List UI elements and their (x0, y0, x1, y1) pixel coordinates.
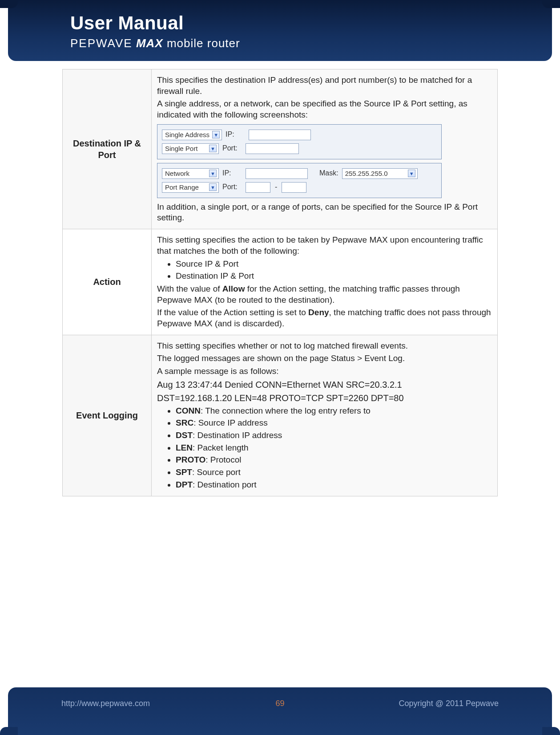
log-field-item: PROTO: Protocol (176, 455, 492, 466)
page-number: 69 (275, 699, 284, 708)
log-p1: This setting specifies whether or not to… (157, 341, 492, 352)
log-field-desc: : Destination IP address (193, 430, 282, 440)
log-sample-1: Aug 13 23:47:44 Denied CONN=Ethernet WAN… (157, 379, 492, 390)
port-label: Port: (222, 183, 242, 192)
port-input[interactable] (246, 143, 299, 154)
log-p3: A sample message is as follows: (157, 366, 492, 377)
text: If the value of the Action setting is se… (157, 308, 308, 317)
row-desc-destination: This specifies the destination IP addres… (152, 69, 498, 229)
log-field-desc: : Source port (192, 467, 241, 477)
row-desc-action: This setting specifies the action to be … (152, 229, 498, 335)
ip-input[interactable] (246, 168, 308, 179)
ip-label: IP: (226, 130, 245, 139)
port-from-input[interactable] (246, 182, 270, 193)
log-field-item: DST: Destination IP address (176, 430, 492, 441)
log-field-desc: : Packet length (193, 443, 249, 452)
chevron-down-icon: ▼ (212, 131, 220, 138)
log-field-key: SPT (176, 467, 192, 477)
dest-p3: In addition, a single port, or a range o… (157, 202, 492, 223)
action-p3: If the value of the Action setting is se… (157, 307, 492, 329)
document-footer: http://www.pepwave.com 69 Copyright @ 20… (8, 687, 552, 735)
log-field-key: LEN (176, 443, 193, 452)
log-field-list: CONN: The connection where the log entry… (176, 406, 492, 491)
action-bullet-dest: Destination IP & Port (176, 271, 492, 282)
brand-name: PEPWAVE (70, 37, 133, 50)
footer-copyright: Copyright @ 2011 Pepwave (399, 699, 499, 708)
mask-value: 255.255.255.0 (345, 169, 388, 178)
dest-p2: A single address, or a network, can be s… (157, 98, 492, 120)
row-label-action: Action (63, 229, 152, 335)
log-p2: The logged messages are shown on the pag… (157, 353, 492, 364)
select-port-range[interactable]: Port Range ▼ (162, 182, 219, 193)
row-label-logging: Event Logging (63, 335, 152, 496)
dest-p1: This specifies the destination IP addres… (157, 75, 492, 97)
text: With the value of (157, 284, 222, 293)
select-single-port[interactable]: Single Port ▼ (162, 143, 219, 154)
chevron-down-icon: ▼ (408, 170, 415, 177)
row-label-destination: Destination IP & Port (63, 69, 152, 229)
port-label: Port: (222, 144, 242, 153)
doc-subtitle: PEPWAVE MAX mobile router (70, 37, 552, 50)
log-sample-2: DST=192.168.1.20 LEN=48 PROTO=TCP SPT=22… (157, 392, 492, 404)
chevron-down-icon: ▼ (209, 183, 217, 191)
footer-url: http://www.pepwave.com (61, 699, 150, 708)
log-field-item: CONN: The connection where the log entry… (176, 406, 492, 417)
deny-keyword: Deny (308, 308, 329, 317)
log-field-key: PROTO (176, 455, 205, 464)
product-tag: mobile router (167, 37, 240, 50)
screenshot-network: Network ▼ IP: Mask: 255.255.255.0 ▼ (157, 163, 442, 198)
log-field-item: DPT: Destination port (176, 479, 492, 491)
port-to-input[interactable] (282, 182, 306, 193)
log-field-item: SRC: Source IP address (176, 418, 492, 429)
action-bullet-source: Source IP & Port (176, 259, 492, 270)
log-field-key: SRC (176, 418, 193, 427)
mask-label: Mask: (319, 169, 338, 178)
allow-keyword: Allow (222, 284, 245, 293)
select-label: Network (165, 169, 189, 178)
log-field-desc: : Protocol (205, 455, 241, 464)
content-area: Destination IP & Port This specifies the… (0, 61, 560, 687)
select-label: Single Address (165, 130, 209, 139)
log-field-desc: : Destination port (193, 480, 257, 489)
log-field-key: CONN (176, 406, 201, 415)
log-field-key: DST (176, 430, 193, 440)
doc-title: User Manual (70, 12, 552, 34)
select-network[interactable]: Network ▼ (162, 168, 219, 179)
row-desc-logging: This setting specifies whether or not to… (152, 335, 498, 496)
chevron-down-icon: ▼ (209, 170, 217, 177)
log-field-item: LEN: Packet length (176, 443, 492, 454)
screenshot-single: Single Address ▼ IP: Single Port ▼ Por (157, 124, 442, 159)
document-header: User Manual PEPWAVE MAX mobile router (8, 0, 552, 61)
log-field-item: SPT: Source port (176, 467, 492, 478)
select-mask[interactable]: 255.255.255.0 ▼ (342, 168, 418, 179)
product-name: MAX (136, 37, 163, 50)
log-field-desc: : Source IP address (193, 418, 268, 427)
chevron-down-icon: ▼ (209, 145, 217, 152)
select-label: Port Range (165, 183, 199, 192)
ip-label: IP: (222, 169, 242, 178)
log-field-desc: : The connection where the log entry ref… (201, 406, 371, 415)
log-field-key: DPT (176, 480, 193, 489)
select-single-address[interactable]: Single Address ▼ (162, 130, 222, 140)
action-p1: This setting specifies the action to be … (157, 235, 492, 256)
ip-input[interactable] (249, 130, 311, 140)
range-dash: - (274, 183, 278, 192)
select-label: Single Port (165, 144, 197, 153)
action-p2: With the value of Allow for the Action s… (157, 284, 492, 305)
settings-table: Destination IP & Port This specifies the… (62, 69, 498, 496)
